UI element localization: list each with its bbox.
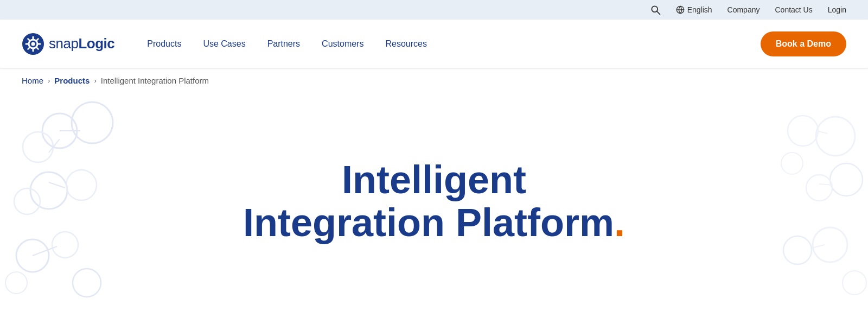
logo[interactable]: snapLogic <box>22 33 114 55</box>
breadcrumb: Home › Products › Intelligent Integratio… <box>0 68 868 93</box>
svg-point-15 <box>72 102 113 143</box>
search-icon <box>650 4 661 15</box>
svg-point-20 <box>14 188 40 214</box>
logo-icon <box>22 33 44 55</box>
svg-point-17 <box>23 132 53 162</box>
login-link[interactable]: Login <box>828 5 846 14</box>
svg-line-1 <box>657 11 660 14</box>
svg-point-32 <box>806 175 832 201</box>
breadcrumb-home[interactable]: Home <box>22 76 43 85</box>
company-link[interactable]: Company <box>727 5 760 14</box>
svg-line-39 <box>814 245 825 247</box>
svg-point-23 <box>5 272 27 294</box>
logo-text: snapLogic <box>49 35 114 52</box>
nav-partners[interactable]: Partners <box>267 39 300 49</box>
nav-products[interactable]: Products <box>147 39 181 49</box>
language-selector[interactable]: English <box>676 5 712 14</box>
svg-point-35 <box>783 236 812 264</box>
svg-point-34 <box>813 227 847 262</box>
main-nav: snapLogic Products Use Cases Partners Cu… <box>0 20 868 68</box>
nav-use-cases[interactable]: Use Cases <box>203 39 245 49</box>
svg-point-31 <box>830 163 863 196</box>
svg-point-29 <box>816 117 855 156</box>
svg-point-19 <box>66 170 97 200</box>
hero-dot: . <box>614 201 625 244</box>
svg-point-30 <box>788 116 818 146</box>
svg-point-6 <box>31 42 35 46</box>
breadcrumb-sep-2: › <box>94 77 96 85</box>
deco-right-circles <box>749 93 868 311</box>
svg-point-18 <box>30 172 67 209</box>
language-label: English <box>687 5 712 14</box>
hero-text: Intelligent Integration Platform. <box>243 158 625 244</box>
nav-resources[interactable]: Resources <box>385 39 426 49</box>
svg-line-27 <box>49 182 65 188</box>
svg-point-33 <box>781 153 803 174</box>
contact-link[interactable]: Contact Us <box>775 5 812 14</box>
breadcrumb-sep-1: › <box>48 77 50 85</box>
svg-point-22 <box>52 232 78 258</box>
nav-customers[interactable]: Customers <box>322 39 363 49</box>
nav-links: Products Use Cases Partners Customers Re… <box>147 39 761 49</box>
hero-title: Intelligent Integration Platform. <box>243 158 625 244</box>
top-bar: English Company Contact Us Login <box>0 0 868 20</box>
search-button[interactable] <box>650 4 661 15</box>
deco-left-circles <box>0 93 136 311</box>
svg-point-24 <box>73 269 101 297</box>
book-demo-button[interactable]: Book a Demo <box>761 31 846 56</box>
svg-point-36 <box>843 271 866 295</box>
breadcrumb-products[interactable]: Products <box>54 76 90 85</box>
globe-icon <box>676 5 685 14</box>
breadcrumb-current: Intelligent Integration Platform <box>101 76 209 85</box>
hero-section: Intelligent Integration Platform. <box>0 93 868 311</box>
